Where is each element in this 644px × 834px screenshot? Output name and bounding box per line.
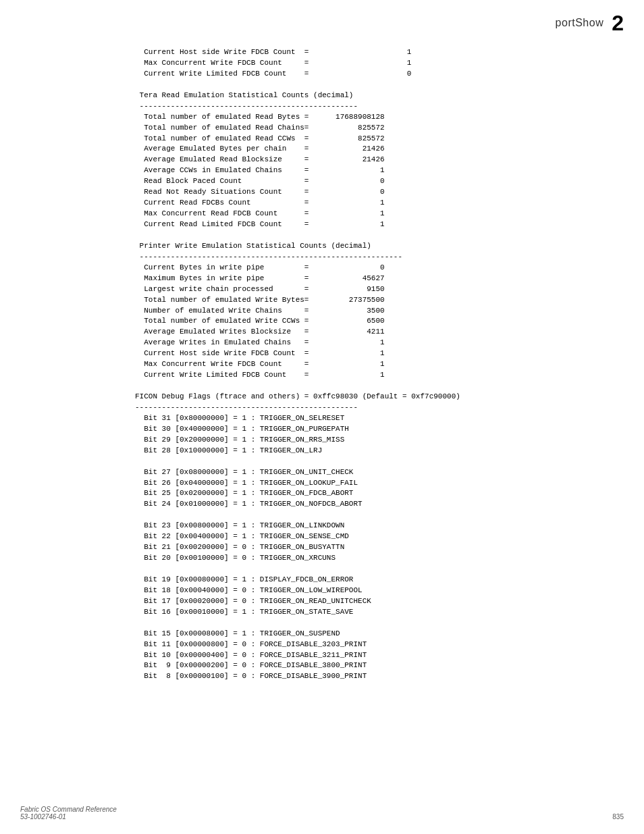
page-number: 2 <box>612 12 624 34</box>
page-header: portShow 2 <box>0 0 644 41</box>
content-area: Current Host side Write FDCB Count = 1 M… <box>0 41 644 709</box>
code-content: Current Host side Write FDCB Count = 1 M… <box>135 47 603 682</box>
footer-book-title: Fabric OS Command Reference <box>20 806 117 813</box>
header-title: portShow <box>556 17 604 29</box>
page-footer: Fabric OS Command Reference 53-1002746-0… <box>20 806 624 820</box>
footer-page-number: 835 <box>612 813 624 820</box>
footer-doc-number: 53-1002746-01 <box>20 813 117 820</box>
footer-left: Fabric OS Command Reference 53-1002746-0… <box>20 806 117 820</box>
